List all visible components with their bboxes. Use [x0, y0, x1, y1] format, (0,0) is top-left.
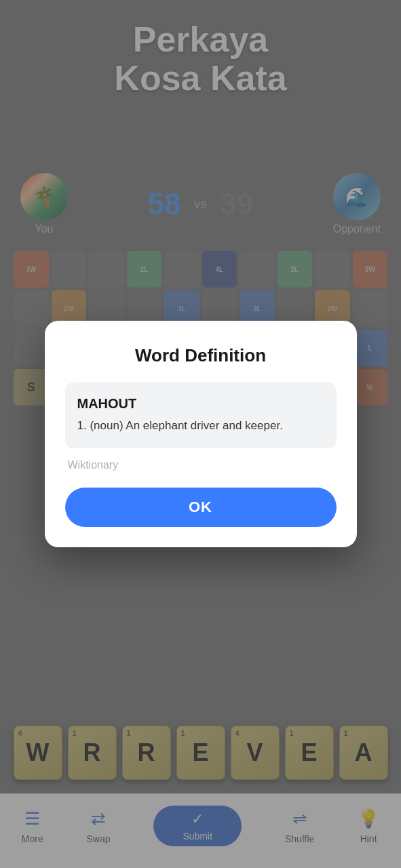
definition-box: MAHOUT 1. (noun) An elephant driver and … — [65, 382, 337, 448]
ok-button[interactable]: OK — [65, 488, 337, 527]
source-label: Wiktionary — [65, 459, 337, 471]
modal-overlay: Word Definition MAHOUT 1. (noun) An elep… — [0, 0, 401, 868]
word-definition: 1. (noun) An elephant driver and keeper. — [77, 417, 324, 435]
word-definition-modal: Word Definition MAHOUT 1. (noun) An elep… — [45, 321, 357, 547]
modal-title: Word Definition — [65, 345, 337, 366]
word-name: MAHOUT — [77, 396, 324, 412]
